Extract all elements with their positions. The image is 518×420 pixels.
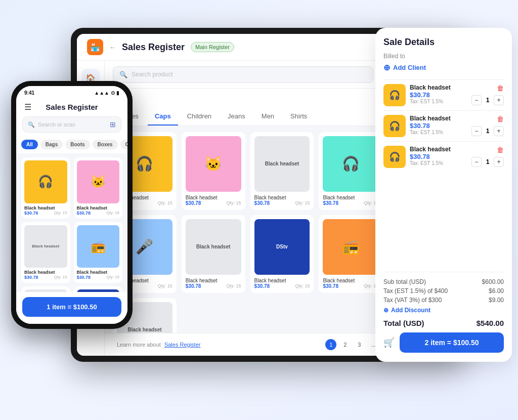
tablet-product-card[interactable]: 🐱 Black headset $30.78 Qty: 15 xyxy=(182,132,245,210)
phone-cat-boots[interactable]: Boots xyxy=(65,140,90,149)
cart-item-3-image: 🎧 xyxy=(383,146,406,168)
phone-product-card[interactable]: DStv Black headset $30.78 Qty: 15 xyxy=(74,286,123,292)
cart-icon: 🛒 xyxy=(383,337,395,348)
tablet-product-card[interactable]: DStv Black headset $30.78 Qty: 15 xyxy=(250,215,314,293)
tablet-product-image: Black headset xyxy=(254,136,310,192)
tablet-product-image: 🐱 xyxy=(186,136,241,192)
tab-jeans[interactable]: Jeans xyxy=(221,108,252,125)
checkout-button[interactable]: 2 item = $100.50 xyxy=(400,332,504,353)
phone-bottom: 1 item = $100.50 xyxy=(16,292,127,324)
phone-product-image: Black headset xyxy=(24,225,67,268)
cart-item-1-delete[interactable]: 🗑 xyxy=(497,84,504,92)
phone-product-card[interactable]: 🐱 Black headset $30.78 Qty: 18 xyxy=(74,157,123,219)
phone: 9:41 ▲▲▲ ⊙ ▮ ☰ Sales Register 🔍 Search o… xyxy=(11,81,133,329)
tablet-product-price: $30.78 xyxy=(323,200,338,206)
tablet-title: Sales Register xyxy=(122,42,185,53)
phone-checkout-button[interactable]: 1 item = $100.50 xyxy=(22,297,121,317)
add-client-button[interactable]: ⊕ Add Client xyxy=(383,63,504,72)
total-value: $540.00 xyxy=(477,319,504,327)
phone-menu-icon[interactable]: ☰ xyxy=(24,102,31,112)
phone-search-placeholder: Search or scan xyxy=(38,121,75,128)
cart-item-3-plus[interactable]: + xyxy=(494,157,504,167)
phone-search-wrap[interactable]: 🔍 Search or scan ⊞ xyxy=(22,116,121,133)
cart-item-2-plus[interactable]: + xyxy=(494,126,504,136)
back-icon[interactable]: ← xyxy=(109,44,116,51)
cart-item-3-tax: Tax: EST 1.5% xyxy=(410,160,467,166)
product-search-wrap[interactable]: 🔍 Search product xyxy=(113,66,373,83)
cart-item-1-image: 🎧 xyxy=(383,84,406,106)
cart-item-2: 🎧 Black headset $30.78 Tax: EST 1.5% 🗑 −… xyxy=(383,110,504,141)
phone-product-qty: Qty: 15 xyxy=(54,211,67,216)
tablet-product-name: Black headset xyxy=(186,278,241,283)
page-3[interactable]: 3 xyxy=(354,339,365,350)
tablet-product-image: DStv xyxy=(254,219,310,275)
phone-product-card[interactable]: 📻 Black headset $30.78 Qty: 15 xyxy=(74,222,123,283)
cart-item-1-plus[interactable]: + xyxy=(494,95,504,105)
tablet-product-qty: Qty: 15 xyxy=(295,283,310,288)
add-discount-button[interactable]: ⊕ Add Discount xyxy=(383,307,504,314)
cart-item-2-qty: 1 xyxy=(485,128,491,135)
tablet-product-qty: Qty: 15 xyxy=(158,200,172,205)
sale-details-title: Sale Details xyxy=(383,37,504,48)
sale-details-panel: Sale Details Billed to ⊕ Add Client 🎧 Bl… xyxy=(375,28,512,362)
battery-icon: ▮ xyxy=(116,90,119,96)
tablet-product-qty: Qty: 15 xyxy=(295,200,310,205)
cart-item-1-name: Black headset xyxy=(410,84,467,91)
phone-product-price: $30.78 xyxy=(77,275,91,280)
tablet-product-price: $30.78 xyxy=(186,283,201,289)
total-label: Total (USD) xyxy=(383,319,424,327)
tablet-product-card[interactable]: Black headset Black headset $30.78 Qty: … xyxy=(182,215,245,293)
phone-cat-bags[interactable]: Bags xyxy=(40,140,63,149)
checkout-bar: 🛒 2 item = $100.50 xyxy=(383,332,504,353)
tablet-product-price: $30.78 xyxy=(254,200,270,206)
add-discount-icon: ⊕ xyxy=(383,307,388,314)
cart-item-3: 🎧 Black headset $30.78 Tax: EST 1.5% 🗑 −… xyxy=(383,141,504,172)
cart-item-2-name: Black headset xyxy=(410,115,467,122)
phone-product-price: $30.78 xyxy=(24,275,38,280)
cart-item-1: 🎧 Black headset $30.78 Tax: EST 1.5% 🗑 −… xyxy=(383,79,504,110)
cart-item-2-price: $30.78 xyxy=(410,122,467,130)
tab-shirts[interactable]: Shirts xyxy=(283,108,314,125)
cart-item-3-delete[interactable]: 🗑 xyxy=(497,146,504,154)
tax2-row: Tax (VAT 3%) of $300 $9.00 xyxy=(383,297,504,304)
tab-children[interactable]: Children xyxy=(180,108,219,125)
phone-product-card[interactable]: 🎧 Black headset $30.76 Qty: 15 xyxy=(21,157,70,219)
page-2[interactable]: 2 xyxy=(339,339,351,350)
phone-product-image: 🎧 xyxy=(24,160,67,203)
tax1-label: Tax (EST 1.5%) of $400 xyxy=(383,287,448,295)
cart-item-2-info: Black headset $30.78 Tax: EST 1.5% xyxy=(410,115,467,135)
add-client-label: Add Client xyxy=(393,64,426,71)
phone-scan-button[interactable]: ⊞ xyxy=(110,120,116,129)
page-1[interactable]: 1 xyxy=(325,339,336,350)
tablet-product-image: 🎧 xyxy=(323,136,378,192)
tab-men[interactable]: Men xyxy=(254,108,281,125)
sales-register-link[interactable]: Sales Register xyxy=(164,342,201,348)
phone-product-price: $30.78 xyxy=(77,211,91,216)
tax1-value: $6.00 xyxy=(489,287,504,295)
add-discount-label: Add Discount xyxy=(391,307,430,314)
cart-item-1-minus[interactable]: − xyxy=(471,95,482,105)
cart-item-2-minus[interactable]: − xyxy=(471,126,482,136)
phone-product-name: Black headset xyxy=(77,205,120,211)
phone-product-card[interactable]: Black headset Black headset $30.78 Qty: … xyxy=(21,222,70,283)
phone-product-qty: Qty: 15 xyxy=(54,275,67,280)
phone-status-bar: 9:41 ▲▲▲ ⊙ ▮ xyxy=(24,90,119,96)
phone-cat-boxes[interactable]: Boxes xyxy=(93,140,118,149)
tax2-label: Tax (VAT 3%) of $300 xyxy=(383,297,442,304)
tablet-product-card[interactable]: 🎧 Black headset $30.78 Qty: 15 xyxy=(319,132,382,210)
cart-item-2-image: 🎧 xyxy=(383,115,406,137)
phone-product-card[interactable]: Black headset Black headset $30.78 Qty: … xyxy=(21,286,70,292)
tablet-product-card[interactable]: 📻 Black headset $30.78 Qty: 15 xyxy=(319,215,382,293)
tablet-product-name: Black headset xyxy=(323,195,378,200)
tab-caps[interactable]: Caps xyxy=(148,108,178,125)
tablet-product-card[interactable]: Black headset Black headset $30.78 Qty: … xyxy=(250,132,314,210)
cart-item-2-delete[interactable]: 🗑 xyxy=(497,115,504,123)
cart-item-3-minus[interactable]: − xyxy=(471,157,482,167)
tablet-product-qty: Qty: 15 xyxy=(227,283,241,288)
cart-item-2-qty-control: − 1 + xyxy=(471,126,504,136)
phone-cat-all[interactable]: All xyxy=(21,140,38,149)
tablet-product-price: $30.78 xyxy=(323,283,338,289)
phone-cat-caps[interactable]: Caps xyxy=(120,140,127,149)
cart-item-2-actions: 🗑 − 1 + xyxy=(471,115,504,136)
tablet-product-name: Black headset xyxy=(254,195,310,200)
